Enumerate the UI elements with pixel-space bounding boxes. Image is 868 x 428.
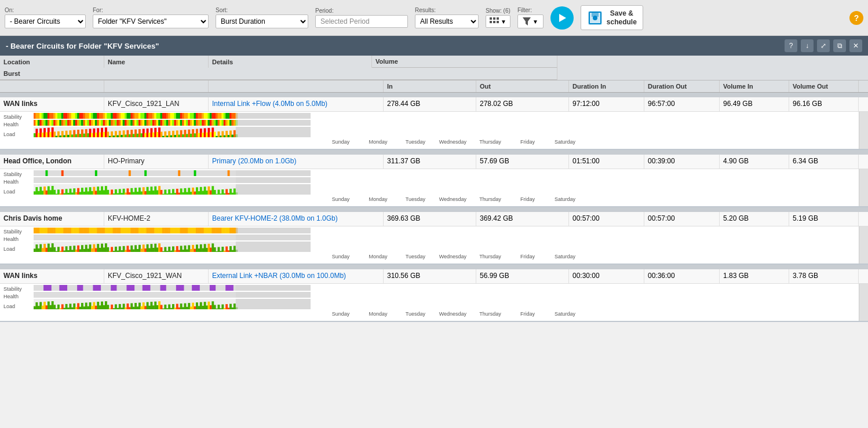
for-select[interactable]: Folder "KFV Services" [93,14,209,28]
svg-rect-55 [115,113,117,119]
svg-rect-662 [206,248,208,252]
svg-rect-634 [150,244,152,252]
svg-rect-406 [138,188,141,195]
svg-rect-489 [79,228,82,233]
svg-text:Monday: Monday [369,254,388,259]
help-button[interactable]: ? [849,11,863,25]
svg-rect-724 [53,305,56,309]
cell-details-3[interactable]: External Link +NBAR (30.0Mb on 100.0Mb) [209,269,384,283]
svg-rect-58 [121,113,123,119]
svg-rect-159 [111,120,113,126]
svg-rect-358 [43,186,46,195]
svg-text:Load: Load [3,189,15,195]
svg-rect-263 [107,131,109,137]
run-button[interactable] [550,6,574,30]
svg-rect-229 [39,129,42,137]
sort-group: Sort: Burst Duration [216,7,308,28]
svg-rect-134 [61,120,64,126]
th-burst-vol-out: Volume Out [789,81,859,92]
svg-rect-595 [73,246,75,252]
svg-text:Load: Load [3,303,15,309]
svg-rect-656 [194,249,196,252]
svg-rect-527 [154,228,156,233]
svg-rect-723 [52,301,54,309]
filter-icon [523,17,531,25]
svg-rect-97 [198,113,200,119]
on-select[interactable]: - Bearer Circuits [5,14,86,28]
cell-name-2: KFV-HOME-2 [104,212,209,226]
cell-details-2[interactable]: Bearer KFV-HOME-2 (38.0Mb on 1.0Gb) [209,212,384,226]
svg-rect-137 [67,120,70,126]
svg-rect-483 [67,228,70,233]
svg-rect-298 [176,130,178,137]
svg-rect-789 [182,307,184,309]
svg-rect-121 [35,120,38,126]
svg-rect-164 [121,120,123,126]
svg-rect-501 [103,228,105,233]
cell-details-0[interactable]: Internal Link +Flow (4.0Mb on 5.0Mb) [209,97,384,111]
expand-title-icon[interactable]: ⤢ [817,39,830,52]
svg-rect-246 [73,130,75,137]
svg-rect-666 [214,247,216,252]
svg-rect-115 [234,113,236,119]
svg-rect-600 [83,249,85,252]
svg-rect-794 [192,303,194,309]
svg-rect-220 [231,120,234,126]
results-select[interactable]: All Results [415,14,479,28]
cell-details-1[interactable]: Primary (20.0Mb on 1.0Gb) [209,155,384,169]
copy-title-icon[interactable]: ⧉ [833,39,846,52]
svg-text:Sunday: Sunday [332,254,350,259]
svg-rect-256 [93,129,95,137]
filter-button[interactable]: ▼ [517,14,544,28]
show-group: Show: (6) ▼ [486,8,510,28]
svg-rect-171 [134,120,137,126]
svg-rect-580 [43,244,46,252]
svg-rect-368 [63,193,65,195]
svg-rect-228 [38,133,40,137]
svg-rect-285 [150,128,152,137]
svg-rect-784 [172,304,174,309]
svg-rect-427 [180,188,183,195]
svg-rect-710 [34,292,236,298]
svg-rect-437 [200,187,202,195]
help-title-icon[interactable]: ? [785,39,797,52]
svg-rect-287 [154,128,156,137]
svg-rect-148 [89,120,92,126]
svg-rect-381 [89,187,92,195]
svg-rect-647 [176,246,178,252]
table-row-3: WAN links KFV_Cisco_1921_WAN External Li… [0,269,868,284]
svg-rect-384 [95,191,97,195]
svg-rect-150 [93,120,95,126]
svg-rect-810 [224,308,226,309]
svg-text:Monday: Monday [369,311,388,317]
svg-rect-21 [48,113,50,119]
svg-rect-382 [91,191,93,195]
chart-row-2: Stability Health Load SundayMondayTuesda… [0,226,868,265]
download-title-icon[interactable]: ↓ [801,39,814,52]
svg-rect-305 [190,134,192,137]
svg-rect-110 [224,113,226,119]
svg-rect-180 [152,120,155,126]
svg-rect-111 [225,113,228,119]
sort-select[interactable]: Burst Duration [216,14,308,28]
period-display[interactable]: Selected Period [315,15,408,28]
svg-rect-99 [202,113,204,119]
svg-rect-602 [87,248,89,252]
svg-rect-319 [218,131,220,137]
svg-rect-808 [220,308,222,309]
svg-rect-603 [89,244,92,252]
svg-rect-491 [83,228,85,233]
svg-rect-389 [105,186,107,195]
cell-location-1: Head Office, London [0,155,104,169]
cell-burst-vol-in-2: 5.20 GB [720,212,789,226]
svg-rect-299 [178,134,180,137]
svg-rect-774 [152,305,155,309]
svg-rect-217 [225,120,228,126]
close-title-icon[interactable]: ✕ [849,39,862,52]
svg-text:Health: Health [3,236,19,242]
show-button[interactable]: ▼ [486,15,510,28]
th-name: Name [104,56,209,68]
svg-rect-48 [101,113,103,119]
svg-rect-613 [109,251,111,252]
save-schedule-button[interactable]: Save & schedule [581,5,643,30]
